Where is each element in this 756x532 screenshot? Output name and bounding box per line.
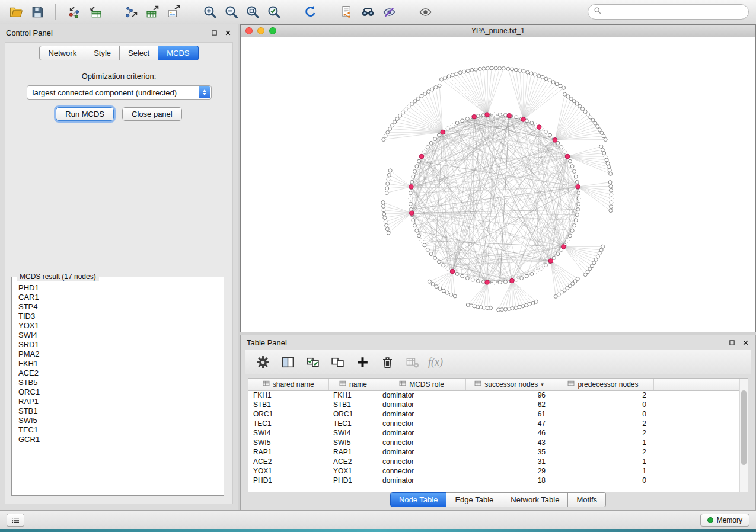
network-node[interactable] bbox=[604, 155, 607, 158]
network-node[interactable] bbox=[384, 220, 387, 223]
mcds-hub-node[interactable] bbox=[553, 138, 557, 143]
network-node[interactable] bbox=[404, 108, 407, 111]
sort-descending-icon[interactable]: ▾ bbox=[541, 382, 544, 387]
network-node[interactable] bbox=[428, 280, 431, 283]
network-node[interactable] bbox=[528, 302, 531, 306]
network-node[interactable] bbox=[514, 306, 518, 310]
gear-icon[interactable] bbox=[254, 353, 272, 371]
mcds-result-node[interactable]: STB1 bbox=[13, 406, 222, 416]
table-cell[interactable]: 2 bbox=[553, 419, 653, 428]
table-row[interactable]: RAP1RAP1dominator352 bbox=[248, 447, 739, 457]
network-node[interactable] bbox=[433, 256, 437, 259]
mcds-result-node[interactable]: PHD1 bbox=[13, 283, 222, 293]
zoom-fit-icon[interactable] bbox=[244, 3, 261, 21]
network-node[interactable] bbox=[604, 138, 607, 142]
network-node[interactable] bbox=[577, 191, 580, 195]
network-node[interactable] bbox=[569, 97, 573, 101]
network-node[interactable] bbox=[409, 202, 412, 206]
network-node[interactable] bbox=[410, 180, 414, 184]
table-cell[interactable]: 61 bbox=[465, 409, 553, 419]
network-node[interactable] bbox=[570, 229, 574, 232]
network-node[interactable] bbox=[504, 307, 508, 311]
mcds-result-node[interactable]: SWI4 bbox=[13, 331, 222, 340]
mcds-hub-node[interactable] bbox=[450, 269, 455, 274]
window-minimize-button[interactable] bbox=[257, 27, 264, 34]
mcds-hub-node[interactable] bbox=[485, 280, 490, 285]
table-cell[interactable]: SWI5 bbox=[248, 438, 328, 447]
table-cell[interactable]: RAP1 bbox=[248, 447, 328, 457]
network-node[interactable] bbox=[498, 113, 502, 116]
table-cell[interactable]: dominator bbox=[378, 476, 465, 485]
network-node[interactable] bbox=[608, 169, 611, 172]
network-node[interactable] bbox=[412, 175, 415, 178]
network-node[interactable] bbox=[446, 267, 449, 270]
table-cell[interactable]: dominator bbox=[378, 409, 465, 419]
table-cell[interactable]: 2 bbox=[553, 428, 653, 438]
mcds-result-node[interactable]: STB5 bbox=[13, 378, 222, 387]
network-node[interactable] bbox=[423, 150, 426, 153]
mcds-hub-node[interactable] bbox=[409, 211, 414, 216]
network-node[interactable] bbox=[435, 285, 438, 289]
network-node[interactable] bbox=[387, 173, 391, 177]
column-header-name[interactable]: name bbox=[328, 379, 378, 390]
column-header-MCDS-role[interactable]: MCDS role bbox=[378, 379, 465, 390]
network-node[interactable] bbox=[483, 306, 486, 309]
network-node[interactable] bbox=[598, 252, 601, 255]
network-node[interactable] bbox=[511, 68, 514, 71]
select-all-icon[interactable] bbox=[304, 353, 321, 371]
network-node[interactable] bbox=[451, 124, 454, 127]
network-node[interactable] bbox=[426, 146, 429, 149]
network-node[interactable] bbox=[449, 293, 453, 296]
network-node[interactable] bbox=[589, 116, 592, 119]
network-node[interactable] bbox=[486, 66, 490, 70]
network-node[interactable] bbox=[466, 69, 470, 73]
network-node[interactable] bbox=[476, 114, 480, 118]
network-node[interactable] bbox=[437, 260, 441, 264]
network-node[interactable] bbox=[413, 100, 417, 103]
table-cell[interactable]: dominator bbox=[378, 400, 465, 409]
table-cell[interactable]: TEC1 bbox=[328, 419, 378, 428]
network-node[interactable] bbox=[471, 278, 474, 281]
network-node[interactable] bbox=[601, 148, 604, 152]
network-node[interactable] bbox=[563, 150, 566, 153]
network-node[interactable] bbox=[388, 127, 392, 130]
hide-annotations-icon[interactable] bbox=[380, 3, 398, 21]
open-folder-icon[interactable] bbox=[7, 3, 25, 21]
network-node[interactable] bbox=[451, 73, 454, 77]
network-node[interactable] bbox=[461, 274, 464, 278]
network-node[interactable] bbox=[575, 213, 579, 217]
network-node[interactable] bbox=[455, 72, 458, 76]
network-node[interactable] bbox=[610, 205, 613, 209]
memory-button[interactable]: Memory bbox=[700, 514, 749, 527]
network-node[interactable] bbox=[577, 197, 580, 200]
mcds-result-list[interactable]: PHD1CAR1STP4TID3YOX1SWI4SRD1PMA2FKH1ACE2… bbox=[13, 283, 222, 494]
import-network-icon[interactable] bbox=[65, 3, 82, 21]
network-node[interactable] bbox=[548, 133, 552, 137]
network-node[interactable] bbox=[500, 308, 504, 312]
tab-edge-table[interactable]: Edge Table bbox=[446, 492, 502, 507]
table-cell[interactable]: 1 bbox=[553, 438, 653, 447]
network-node[interactable] bbox=[382, 138, 385, 142]
window-zoom-button[interactable] bbox=[269, 27, 276, 34]
network-node[interactable] bbox=[386, 130, 390, 134]
network-node[interactable] bbox=[417, 159, 421, 163]
table-row[interactable]: FKH1FKH1dominator962 bbox=[248, 390, 739, 400]
network-node[interactable] bbox=[598, 128, 601, 132]
table-cell[interactable]: connector bbox=[378, 438, 465, 447]
table-cell[interactable]: STB1 bbox=[248, 400, 328, 409]
table-cell[interactable]: dominator bbox=[378, 390, 465, 400]
show-graphics-icon[interactable] bbox=[416, 3, 434, 21]
network-node[interactable] bbox=[385, 224, 388, 227]
close-panel-icon[interactable] bbox=[224, 28, 232, 37]
table-cell[interactable]: ACE2 bbox=[248, 457, 328, 466]
network-node[interactable] bbox=[609, 209, 613, 213]
network-node[interactable] bbox=[521, 305, 525, 308]
table-cell[interactable]: connector bbox=[378, 419, 465, 428]
table-row[interactable]: TEC1TEC1connector472 bbox=[248, 419, 739, 428]
unselect-all-icon[interactable] bbox=[328, 353, 346, 371]
table-cell[interactable]: 0 bbox=[553, 476, 653, 485]
network-node[interactable] bbox=[465, 277, 469, 280]
table-scrollbar[interactable] bbox=[739, 379, 748, 492]
network-node[interactable] bbox=[498, 281, 502, 284]
refresh-icon[interactable] bbox=[301, 3, 319, 21]
